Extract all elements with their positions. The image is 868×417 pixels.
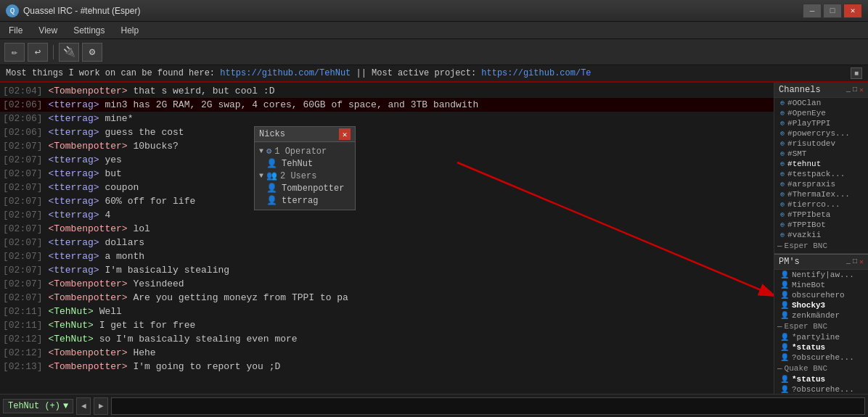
channel-label: #OpenEye — [787, 109, 826, 117]
table-row: [02:07] <tterrag> 4 — [0, 208, 774, 222]
minimize-button[interactable]: — — [803, 4, 822, 18]
sidebar-item-smt[interactable]: ⊕ #SMT — [774, 149, 868, 159]
menu-settings[interactable]: Settings — [69, 24, 109, 37]
sidebar-item-tppibeta[interactable]: ⊕ #TPPIbeta — [774, 210, 868, 220]
sidebar-item-oocclan[interactable]: ⊕ #OOClan — [774, 98, 868, 108]
pms-label: PM's — [779, 257, 800, 267]
users-section-header: ▼ 👥 2 Users — [255, 170, 355, 182]
nick-entry-tombenpotter[interactable]: 👤 Tombenpotter — [255, 182, 355, 194]
sidebar-item-thermalex[interactable]: ⊕ #ThermaIex... — [774, 189, 868, 199]
esper-bnc2-text: Esper BNC — [785, 322, 827, 331]
collapse-arrow-icon2[interactable]: ▼ — [259, 172, 263, 180]
channel-icon: ⊕ — [780, 231, 785, 239]
esper-bnc2-label: — Esper BNC — [774, 321, 868, 332]
table-row: [02:11] <TehNut> I get it for free — [0, 318, 774, 332]
pms-section: PM's _ □ ✕ 👤 Nentify|aw... 👤 MineBot 👤 o… — [774, 253, 868, 394]
pm-label: ?obscurehe... — [792, 385, 854, 394]
current-nick: TehNut (+) — [8, 401, 60, 411]
pm-obscurehe-quake[interactable]: 👤 ?obscurehe... — [774, 384, 868, 394]
pm-icon: 👤 — [780, 301, 789, 310]
menu-help[interactable]: Help — [117, 24, 144, 37]
channel-label: #OOClan — [787, 99, 821, 107]
table-row: [02:07] <tterrag> dollars — [0, 236, 774, 249]
pm-icon: 👤 — [780, 375, 789, 384]
channel-label: #TPPIBot — [787, 220, 826, 229]
pms-header: PM's _ □ ✕ — [774, 254, 868, 270]
back-button[interactable]: ↩ — [28, 43, 48, 62]
channels-close-button[interactable]: ✕ — [859, 86, 864, 94]
sidebar-item-arspraxis[interactable]: ⊕ #arspraxis — [774, 179, 868, 189]
chat-area[interactable]: [02:04] <Tombenpotter> that s weird, but… — [0, 83, 774, 394]
sidebar-item-powercrys[interactable]: ⊕ #powercrys... — [774, 128, 868, 139]
table-row: [02:07] <Tombenpotter> 10bucks? — [0, 139, 774, 153]
sidebar-item-tppibot[interactable]: ⊕ #TPPIBot — [774, 220, 868, 230]
table-row: [02:04] <Tombenpotter> that s weird, but… — [0, 84, 774, 98]
sidebar-item-tierrco[interactable]: ⊕ #tierrco... — [774, 199, 868, 210]
topic-link2[interactable]: https://github.com/Te — [481, 68, 591, 78]
channels-maximize-button[interactable]: □ — [853, 86, 857, 94]
channel-icon: ⊕ — [780, 160, 785, 168]
channel-label: #SMT — [787, 149, 806, 158]
close-button[interactable]: ✕ — [843, 4, 862, 18]
sidebar-item-vazkii[interactable]: ⊕ #vazkii — [774, 230, 868, 240]
sidebar-item-risutodev[interactable]: ⊕ #risutodev — [774, 139, 868, 149]
pm-partyline[interactable]: 👤 *partyline — [774, 332, 868, 342]
pm-label: MineBot — [792, 281, 825, 289]
nick-name-tterrag: tterrag — [282, 196, 318, 206]
user-icon: 👤 — [266, 158, 277, 169]
pm-zenkmander[interactable]: 👤 zenkmänder — [774, 310, 868, 321]
pm-icon: 👤 — [780, 343, 789, 352]
pms-minimize-button[interactable]: _ — [846, 257, 851, 266]
pm-label: zenkmänder — [792, 311, 840, 320]
pm-shocky3[interactable]: 👤 Shocky3 — [774, 300, 868, 310]
nicks-body: ▼ ⚙ 1 Operator 👤 TehNut ▼ 👥 2 Users 👤 To… — [255, 142, 355, 210]
pm-obscurehero[interactable]: 👤 obscurehero — [774, 290, 868, 300]
window-title: Quassel IRC - #tehnut (Esper) — [23, 6, 140, 16]
nicks-close-button[interactable]: ✕ — [339, 128, 351, 140]
message-input[interactable] — [111, 397, 865, 415]
sidebar-item-testpack[interactable]: ⊕ #testpack... — [774, 169, 868, 179]
channel-label: #TPPIbeta — [787, 210, 830, 219]
nicks-title: Nicks — [259, 129, 285, 139]
prev-button[interactable]: ◀ — [76, 397, 91, 415]
sidebar-item-openeye[interactable]: ⊕ #OpenEye — [774, 108, 868, 118]
channel-icon: ⊕ — [780, 99, 785, 107]
nick-entry-tterrag[interactable]: 👤 tterrag — [255, 194, 355, 207]
menu-view[interactable]: View — [34, 24, 62, 37]
settings-button[interactable]: ⚙ — [82, 43, 102, 62]
menu-file[interactable]: File — [4, 24, 27, 37]
pm-label: Nentify|aw... — [792, 271, 854, 279]
esper-bnc-text: Esper BNC — [785, 241, 827, 250]
channel-icon: ⊕ — [780, 119, 785, 128]
pm-status-quake[interactable]: 👤 *status — [774, 374, 868, 384]
next-button[interactable]: ▶ — [94, 397, 108, 415]
channels-minimize-button[interactable]: _ — [846, 86, 851, 94]
maximize-button[interactable]: □ — [823, 4, 842, 18]
nick-name-tombenpotter: Tombenpotter — [282, 183, 344, 194]
quake-bnc-label: — Quake BNC — [774, 363, 868, 374]
topic-icon[interactable]: ■ — [851, 67, 862, 79]
topic-text: Most things I work on can be found here:… — [6, 68, 848, 78]
collapse-icon2: — — [777, 322, 782, 331]
pms-maximize-button[interactable]: □ — [853, 257, 857, 266]
pm-minebot[interactable]: 👤 MineBot — [774, 280, 868, 290]
plugin-button[interactable]: 🔌 — [59, 43, 79, 62]
pm-label: *status — [792, 375, 825, 384]
nick-name-tehnut: TehNut — [282, 159, 313, 169]
nick-dropdown-icon[interactable]: ▼ — [63, 401, 68, 411]
pm-icon: 👤 — [780, 291, 789, 300]
users-section-label: 2 Users — [280, 171, 316, 181]
collapse-arrow-icon[interactable]: ▼ — [259, 147, 263, 155]
pm-status-esper[interactable]: 👤 *status — [774, 342, 868, 352]
nick-entry-tehnut[interactable]: 👤 TehNut — [255, 157, 355, 170]
pm-nentify[interactable]: 👤 Nentify|aw... — [774, 270, 868, 280]
pm-obscurehe-esper[interactable]: 👤 ?obscurehe... — [774, 352, 868, 363]
sidebar-item-tehnut[interactable]: ⊕ #tehnut — [774, 159, 868, 169]
main-layout: [02:04] <Tombenpotter> that s weird, but… — [0, 83, 868, 394]
table-row: [02:07] <tterrag> yes — [0, 153, 774, 167]
channels-label: Channels — [779, 85, 821, 95]
edit-button[interactable]: ✏ — [4, 43, 25, 62]
sidebar-item-playtppi[interactable]: ⊕ #PlayTPPI — [774, 118, 868, 128]
pms-close-button[interactable]: ✕ — [859, 257, 864, 266]
topic-link1[interactable]: https://github.com/TehNut — [220, 68, 351, 78]
